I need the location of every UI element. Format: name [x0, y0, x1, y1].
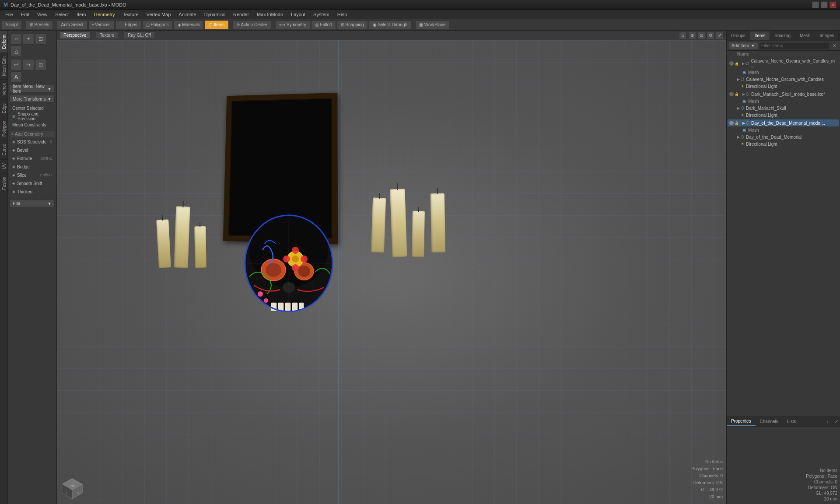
prop-panel-icon-plus[interactable]: +	[823, 418, 831, 426]
tool-redo[interactable]: ↪	[23, 59, 34, 70]
smooth-shift-button[interactable]: ◈ Smooth Shift	[10, 179, 55, 187]
item-expand-9[interactable]: ▶	[742, 121, 745, 125]
tool-text[interactable]: A	[10, 71, 22, 83]
item-row-7[interactable]: ▶ ⬡ Dark_Mariachi_Skull	[728, 105, 839, 112]
presets-button[interactable]: ⊞ Presets	[26, 21, 53, 29]
sidebar-tab-mesh-edit[interactable]: Mesh Edit	[0, 52, 7, 79]
mesh-constraints-button[interactable]: Mesh Constraints	[10, 121, 55, 129]
items-filter-input[interactable]	[759, 42, 830, 49]
menu-texture[interactable]: Texture	[119, 11, 142, 18]
rpanel-tab-shading[interactable]: Shading	[770, 32, 795, 40]
snapping-button[interactable]: ⊞ Snapping	[337, 21, 368, 29]
item-expand-7[interactable]: ▶	[737, 106, 740, 110]
menu-item[interactable]: Item	[73, 11, 89, 18]
materials-button[interactable]: ◈ Materials	[174, 21, 204, 29]
thicken-button[interactable]: ◈ Thicken	[10, 188, 55, 196]
viewport-icon-zoom[interactable]: ⊕	[688, 32, 696, 39]
more-transforms-dropdown[interactable]: More Transforms ▼	[10, 95, 55, 103]
item-row-3[interactable]: ▶ ⬡ Calavera_Noche_Oscura_with_Candles	[728, 76, 839, 83]
rpanel-tab-images[interactable]: Images	[815, 32, 839, 40]
add-geometry-header[interactable]: + Add Geometry	[10, 131, 55, 137]
sidebar-tab-polygon[interactable]: Polygon	[0, 117, 7, 140]
close-button[interactable]: ✕	[830, 1, 836, 8]
item-expand-1[interactable]: ▶	[742, 62, 745, 66]
action-center-button[interactable]: ⊕ Action Center	[232, 21, 271, 29]
tool-scale[interactable]: ⊡	[35, 33, 46, 45]
tool-move[interactable]: +	[23, 33, 34, 45]
item-row-2[interactable]: ▣ Mesh	[728, 69, 839, 76]
menu-dynamics[interactable]: Dynamics	[201, 11, 229, 18]
sidebar-tab-curve[interactable]: Curve	[0, 140, 7, 159]
item-row-11[interactable]: ▶ ⬡ Day_of_the_Dead_Memorial	[728, 133, 839, 140]
bridge-button[interactable]: ◈ Bridge	[10, 163, 55, 171]
item-row-5[interactable]: 🔒 ▶ ⬡ Dark_Mariachi_Skull_modo_base.lxo*	[728, 91, 839, 98]
menu-vertex-map[interactable]: Vertex Map	[143, 11, 175, 18]
prop-tab-lists[interactable]: Lists	[783, 418, 801, 425]
item-row-4[interactable]: ☀ Directional Light	[728, 83, 839, 90]
sculpt-button[interactable]: Sculpt	[2, 21, 22, 29]
item-row-8[interactable]: ☀ Directional Light	[728, 112, 839, 119]
viewport-icon-settings[interactable]: ⚙	[707, 32, 714, 39]
sidebar-tab-vertex[interactable]: Vertex	[0, 79, 7, 99]
symmetry-button[interactable]: ⟺ Symmetry	[275, 21, 310, 29]
menu-geometry[interactable]: Geometry	[90, 11, 118, 18]
menu-file[interactable]: File	[2, 11, 17, 18]
sidebar-tab-uv[interactable]: UV	[0, 159, 7, 173]
extrude-button[interactable]: ◈ Extrude Shift-E	[10, 154, 55, 162]
sidebar-tab-deform[interactable]: Deform	[0, 31, 7, 52]
select-through-button[interactable]: ◉ Select Through	[369, 21, 411, 29]
rpanel-tab-groups[interactable]: Groups	[727, 32, 750, 40]
menu-maxtomodo[interactable]: MaxToModo	[253, 11, 287, 18]
item-expand-11[interactable]: ▶	[737, 135, 740, 139]
menu-system[interactable]: System	[310, 11, 333, 18]
menu-view[interactable]: View	[34, 11, 51, 18]
item-expand-3[interactable]: ▶	[737, 77, 740, 81]
item-row-10[interactable]: ▣ Mesh	[728, 126, 839, 133]
menu-edit[interactable]: Edit	[18, 11, 33, 18]
viewport-icon-maximize[interactable]: ⤢	[716, 32, 724, 39]
sidebar-tab-edge[interactable]: Edge	[0, 99, 7, 117]
item-expand-5[interactable]: ▶	[742, 92, 745, 96]
viewport-icon-fit[interactable]: ⊡	[697, 32, 705, 39]
snaps-precision-button[interactable]: ⊞ Snaps and Precision	[10, 112, 55, 120]
title-bar-controls[interactable]: ─ □ ✕	[812, 1, 836, 8]
items-button[interactable]: ⬡ Items	[205, 21, 228, 29]
minimize-button[interactable]: ─	[812, 1, 819, 8]
prop-panel-icon-maximize[interactable]: ⤢	[832, 418, 840, 426]
prop-tab-properties[interactable]: Properties	[727, 417, 756, 426]
prop-tab-channels[interactable]: Channels	[756, 418, 783, 425]
bevel-button[interactable]: ◈ Bevel	[10, 146, 55, 154]
menu-render[interactable]: Render	[230, 11, 252, 18]
viewport-icon-home[interactable]: ⌂	[679, 32, 687, 39]
tool-rotate[interactable]: ○	[10, 33, 22, 45]
center-selected-button[interactable]: Center Selected	[10, 104, 55, 112]
add-item-button[interactable]: Add Item ▼	[728, 42, 758, 50]
item-vis-1[interactable]	[729, 61, 734, 66]
menu-layout[interactable]: Layout	[287, 11, 309, 18]
items-list[interactable]: 🔒 ▶ ⬡ Calavera_Noche_Oscura_with_Candles…	[727, 57, 840, 416]
slice-button[interactable]: ◈ Slice Shift-C	[10, 171, 55, 179]
viewport-tab-perspective[interactable]: Perspective	[60, 32, 90, 39]
falloff-button[interactable]: ◎ Falloff	[311, 21, 336, 29]
sds-subdivide-button[interactable]: ◈ SDS Subdivide 0	[10, 138, 55, 146]
viewport-tab-texture[interactable]: Texture	[96, 32, 118, 39]
edges-button[interactable]: ⌒ Edges	[116, 21, 141, 29]
menu-help[interactable]: Help	[334, 11, 351, 18]
item-vis-9[interactable]	[729, 121, 734, 125]
nav-cube[interactable]: Top L R	[61, 478, 83, 500]
vertices-button[interactable]: • Vertices	[88, 21, 115, 29]
rpanel-tab-items[interactable]: Items	[750, 32, 770, 40]
item-row-12[interactable]: ☀ Directional Light	[728, 140, 839, 147]
tool-transform[interactable]: △	[10, 46, 22, 57]
sidebar-tab-fusion[interactable]: Fusion	[0, 173, 7, 193]
menu-animate[interactable]: Animate	[175, 11, 200, 18]
maximize-button[interactable]: □	[821, 1, 828, 8]
menu-select[interactable]: Select	[52, 11, 72, 18]
auto-select-button[interactable]: Auto Select	[57, 21, 87, 29]
rpanel-tab-mesh[interactable]: Mesh	[795, 32, 815, 40]
edit-dropdown[interactable]: Edit ▼	[10, 200, 55, 207]
polygons-button[interactable]: ◻ Polygons	[142, 21, 173, 29]
item-row-6[interactable]: ▣ Mesh	[728, 98, 839, 105]
item-vis-5[interactable]	[729, 92, 734, 96]
workplane-button[interactable]: ▦ WorkPlane	[415, 21, 450, 29]
